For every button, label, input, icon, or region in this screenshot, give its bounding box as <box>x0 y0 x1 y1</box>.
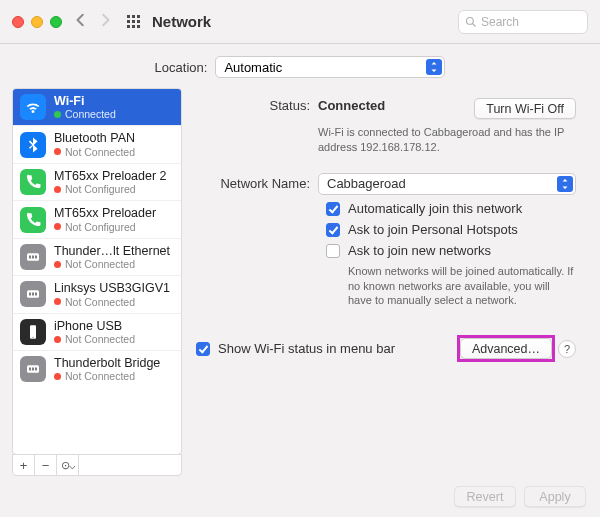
network-name-label: Network Name: <box>196 176 318 191</box>
main-split: Wi-FiConnectedBluetooth PANNot Connected… <box>0 88 600 476</box>
svg-rect-3 <box>127 20 130 23</box>
chevrons-updown-icon <box>557 176 573 192</box>
svg-rect-1 <box>132 15 135 18</box>
forward-button[interactable] <box>98 13 112 31</box>
interface-name: MT65xx Preloader <box>54 206 156 220</box>
bluetooth-icon <box>20 132 46 158</box>
svg-rect-16 <box>29 293 31 296</box>
ask-new-networks-hint: Known networks will be joined automatica… <box>348 264 576 309</box>
ethernet-icon <box>20 356 46 382</box>
interface-name: Thunderbolt Bridge <box>54 356 160 370</box>
apply-button[interactable]: Apply <box>524 486 586 507</box>
sidebar-item-thunderbolt-bridge[interactable]: Thunderbolt BridgeNot Connected <box>13 351 181 387</box>
ask-new-networks-label: Ask to join new networks <box>348 243 491 258</box>
interface-name: Linksys USB3GIGV1 <box>54 281 170 295</box>
status-label: Status: <box>196 98 318 119</box>
svg-rect-17 <box>32 293 34 296</box>
ethernet-icon <box>20 281 46 307</box>
interface-list-footer: + − ⊙⌵ <box>12 454 182 476</box>
svg-rect-2 <box>137 15 140 18</box>
interface-name: Bluetooth PAN <box>54 131 135 145</box>
status-dot-icon <box>54 223 61 230</box>
advanced-button[interactable]: Advanced… <box>460 338 552 359</box>
sidebar-item-wi-fi[interactable]: Wi-FiConnected <box>13 89 181 126</box>
auto-join-label: Automatically join this network <box>348 201 522 216</box>
location-select[interactable]: Automatic <box>215 56 445 78</box>
status-dot-icon <box>54 336 61 343</box>
svg-rect-23 <box>32 368 34 371</box>
nav-arrows <box>74 13 112 31</box>
interface-status: Not Connected <box>54 146 135 158</box>
revert-button[interactable]: Revert <box>454 486 516 507</box>
svg-rect-5 <box>137 20 140 23</box>
interface-name: MT65xx Preloader 2 <box>54 169 167 183</box>
status-dot-icon <box>54 373 61 380</box>
svg-rect-14 <box>35 255 37 258</box>
interface-status: Not Configured <box>54 221 156 233</box>
svg-rect-13 <box>32 255 34 258</box>
status-description: Wi-Fi is connected to Cabbageroad and ha… <box>318 125 576 155</box>
svg-rect-24 <box>35 368 37 371</box>
iphone-icon <box>20 319 46 345</box>
help-button[interactable]: ? <box>558 340 576 358</box>
interface-list: Wi-FiConnectedBluetooth PANNot Connected… <box>12 88 182 455</box>
interface-status: Not Connected <box>54 370 160 382</box>
close-window-button[interactable] <box>12 16 24 28</box>
interface-actions-button[interactable]: ⊙⌵ <box>57 455 79 475</box>
svg-point-9 <box>467 17 474 24</box>
show-all-preferences-button[interactable] <box>126 14 142 30</box>
ask-hotspots-checkbox[interactable] <box>326 223 340 237</box>
sidebar-item-thunder-lt-ethernet[interactable]: Thunder…lt EthernetNot Connected <box>13 239 181 276</box>
sidebar-item-linksys-usb3gigv1[interactable]: Linksys USB3GIGV1Not Connected <box>13 276 181 313</box>
interface-status: Not Connected <box>54 333 135 345</box>
status-dot-icon <box>54 111 61 118</box>
svg-point-20 <box>32 336 33 337</box>
phone-icon <box>20 207 46 233</box>
status-dot-icon <box>54 298 61 305</box>
ethernet-icon <box>20 244 46 270</box>
footer-buttons: Revert Apply <box>0 476 600 517</box>
zoom-window-button[interactable] <box>50 16 62 28</box>
svg-rect-7 <box>132 25 135 28</box>
chevrons-updown-icon <box>426 59 442 75</box>
location-label: Location: <box>155 60 208 75</box>
interface-name: Wi-Fi <box>54 94 116 108</box>
remove-interface-button[interactable]: − <box>35 455 57 475</box>
turn-wifi-off-button[interactable]: Turn Wi-Fi Off <box>474 98 576 119</box>
back-button[interactable] <box>74 13 88 31</box>
sidebar-item-iphone-usb[interactable]: iPhone USBNot Connected <box>13 314 181 351</box>
ask-hotspots-label: Ask to join Personal Hotspots <box>348 222 518 237</box>
show-menubar-checkbox[interactable] <box>196 342 210 356</box>
svg-rect-0 <box>127 15 130 18</box>
page-title: Network <box>152 13 211 30</box>
svg-rect-22 <box>29 368 31 371</box>
sidebar-item-mt65xx-preloader[interactable]: MT65xx PreloaderNot Configured <box>13 201 181 238</box>
minimize-window-button[interactable] <box>31 16 43 28</box>
auto-join-checkbox[interactable] <box>326 202 340 216</box>
search-field[interactable]: Search <box>458 10 588 34</box>
sidebar-item-bluetooth-pan[interactable]: Bluetooth PANNot Connected <box>13 126 181 163</box>
svg-line-10 <box>473 23 476 26</box>
search-placeholder: Search <box>481 15 519 29</box>
interface-name: iPhone USB <box>54 319 135 333</box>
interface-name: Thunder…lt Ethernet <box>54 244 170 258</box>
network-name-select[interactable]: Cabbageroad <box>318 173 576 195</box>
add-interface-button[interactable]: + <box>13 455 35 475</box>
interface-status: Not Connected <box>54 296 170 308</box>
sidebar-item-mt65xx-preloader-2[interactable]: MT65xx Preloader 2Not Configured <box>13 164 181 201</box>
status-dot-icon <box>54 186 61 193</box>
titlebar: Network Search <box>0 0 600 44</box>
sidebar-column: Wi-FiConnectedBluetooth PANNot Connected… <box>12 88 182 476</box>
svg-rect-18 <box>35 293 37 296</box>
status-value: Connected <box>318 98 385 113</box>
ask-new-networks-checkbox[interactable] <box>326 244 340 258</box>
network-preferences-window: Network Search Location: Automatic Wi-Fi… <box>0 0 600 517</box>
search-icon <box>465 16 477 28</box>
svg-rect-12 <box>29 255 31 258</box>
phone-icon <box>20 169 46 195</box>
show-menubar-label: Show Wi-Fi status in menu bar <box>218 341 395 356</box>
wifi-icon <box>20 94 46 120</box>
location-value: Automatic <box>224 60 282 75</box>
location-row: Location: Automatic <box>0 44 600 88</box>
svg-rect-4 <box>132 20 135 23</box>
